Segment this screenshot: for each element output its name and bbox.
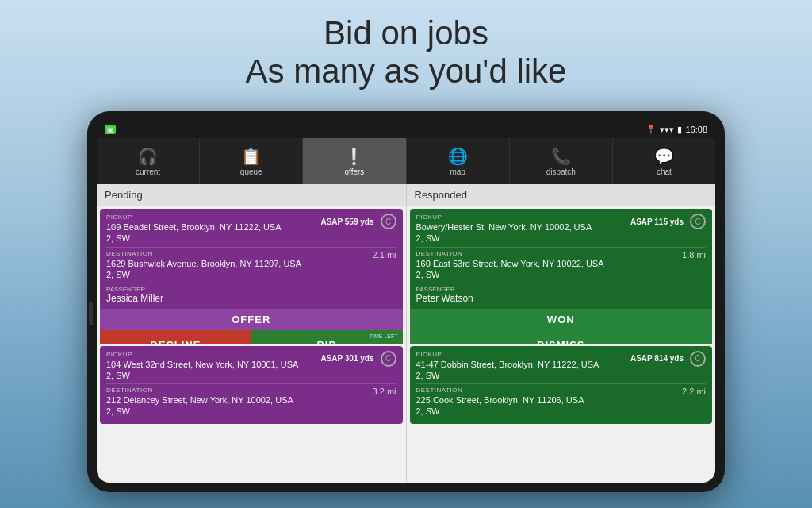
- pickup-right-2l: ASAP 301 yds C: [320, 351, 396, 367]
- responded-job-card: PICKUP Bowery/Hester St, New York, NY 10…: [410, 209, 713, 344]
- pickup-sub-2r: 2, SW: [416, 370, 599, 381]
- pickup-label: PICKUP: [106, 214, 282, 221]
- divider1: [106, 247, 396, 248]
- destination-info: DESTINATION 1629 Bushwick Avenue, Brookl…: [106, 250, 301, 281]
- destination-distance: 2.1 mi: [373, 250, 396, 260]
- status-time: 16:08: [685, 125, 707, 134]
- divider2: [106, 283, 396, 283]
- passenger-section: PASSENGER Jessica Miller: [106, 286, 396, 304]
- tab-current[interactable]: 🎧 current: [97, 138, 200, 184]
- tab-queue[interactable]: 📋 queue: [200, 138, 303, 184]
- tab-chat[interactable]: 💬 chat: [613, 138, 715, 184]
- pending-card-inner: PICKUP 109 Beadel Street, Brooklyn, NY 1…: [100, 209, 403, 309]
- chat-icon: 💬: [654, 147, 674, 166]
- pickup-address-right: Bowery/Hester St, New York, NY 10002, US…: [416, 221, 592, 233]
- dismiss-button[interactable]: DISMISS: [410, 330, 713, 344]
- pickup-sub-right: 2, SW: [416, 233, 592, 244]
- pending-header: Pending: [97, 184, 407, 206]
- second-pending-card: PICKUP 104 West 32nd Street, New York, N…: [100, 346, 403, 424]
- app-status-icon: ▣: [105, 125, 116, 134]
- destination-sub: 2, SW: [106, 269, 301, 280]
- destination-row-right: DESTINATION 160 East 53rd Street, New Yo…: [416, 250, 707, 281]
- passenger-section-right: PASSENGER Peter Watson: [416, 286, 707, 304]
- asap-label-right: ASAP 115 yds: [630, 217, 684, 226]
- pickup-info-right: PICKUP Bowery/Hester St, New York, NY 10…: [416, 214, 592, 244]
- action-buttons: DECLINE TIME LEFT BID 00:02: [100, 330, 403, 344]
- asap-2l: ASAP 301 yds: [320, 354, 373, 363]
- dispatch-icon: 📞: [551, 147, 571, 166]
- cards-row-2: PICKUP 104 West 32nd Street, New York, N…: [97, 344, 715, 483]
- dest-info-2l: DESTINATION 212 Delancey Street, New Yor…: [106, 387, 293, 418]
- tab-offers[interactable]: ❕ offers: [303, 138, 406, 184]
- location-icon: 📍: [645, 125, 657, 135]
- dest-sub-2r: 2, SW: [416, 406, 584, 417]
- dest-sub-2l: 2, SW: [106, 406, 293, 417]
- current-icon: 🎧: [138, 147, 158, 166]
- divider1-right: [416, 247, 707, 248]
- pickup-address-2r: 41-47 Dobbin Street, Brooklyn, NY 11222,…: [416, 359, 599, 370]
- destination-row: DESTINATION 1629 Bushwick Avenue, Brookl…: [106, 250, 396, 281]
- pickup-label-2r: PICKUP: [416, 351, 599, 358]
- side-button: [89, 302, 93, 325]
- responded-header: Responded: [407, 184, 716, 206]
- div-2l: [106, 383, 396, 384]
- status-left: ▣: [105, 125, 116, 134]
- pickup-row: PICKUP 109 Beadel Street, Brooklyn, NY 1…: [106, 214, 396, 244]
- dest-address-2l: 212 Delancey Street, New York, NY 10002,…: [106, 394, 293, 406]
- headline-area: Bid on jobs As many as you'd like: [0, 14, 812, 90]
- dest-row-2r: DESTINATION 225 Cook Street, Brooklyn, N…: [416, 387, 707, 418]
- div-2r: [416, 383, 707, 384]
- second-responded-inner: PICKUP 41-47 Dobbin Street, Brooklyn, NY…: [410, 346, 713, 424]
- pickup-label-2l: PICKUP: [106, 351, 298, 358]
- map-icon: 🌐: [448, 147, 468, 166]
- dest-address-2r: 225 Cook Street, Brooklyn, NY 11206, USA: [416, 394, 584, 406]
- pickup-address: 109 Beadel Street, Brooklyn, NY 11222, U…: [106, 221, 282, 233]
- wifi-icon: ▾▾▾: [660, 125, 674, 135]
- screen: ▣ 📍 ▾▾▾ ▮ 16:08 🎧 current 📋 queue ❕: [97, 121, 715, 483]
- asap-label: ASAP 559 yds: [320, 217, 373, 226]
- divider2-right: [416, 283, 707, 283]
- destination-label-right: DESTINATION: [416, 250, 604, 257]
- pickup-label-right: PICKUP: [416, 214, 592, 221]
- pickup-info-2l: PICKUP 104 West 32nd Street, New York, N…: [106, 351, 298, 382]
- tab-dispatch-label: dispatch: [546, 167, 576, 176]
- headline-line1: Bid on jobs: [0, 14, 812, 52]
- bid-label: BID: [316, 339, 336, 344]
- cab-icon-right: C: [690, 214, 706, 229]
- tablet-device: ▣ 📍 ▾▾▾ ▮ 16:08 🎧 current 📋 queue ❕: [87, 111, 725, 492]
- status-bar: ▣ 📍 ▾▾▾ ▮ 16:08: [97, 121, 715, 138]
- main-content: Pending Responded PICKUP 109 Beadel Stre…: [97, 184, 715, 483]
- bid-button[interactable]: TIME LEFT BID 00:02: [251, 330, 403, 344]
- destination-address-right: 160 East 53rd Street, New York, NY 10022…: [416, 258, 604, 269]
- status-right: 📍 ▾▾▾ ▮ 16:08: [645, 125, 707, 135]
- pickup-info-2r: PICKUP 41-47 Dobbin Street, Brooklyn, NY…: [416, 351, 599, 382]
- tab-dispatch[interactable]: 📞 dispatch: [510, 138, 613, 184]
- cab-icon-2l: C: [381, 351, 396, 367]
- headline-line2: As many as you'd like: [0, 52, 812, 90]
- tab-offers-label: offers: [345, 167, 365, 176]
- dest-row-2l: DESTINATION 212 Delancey Street, New Yor…: [106, 387, 396, 418]
- second-pending-inner: PICKUP 104 West 32nd Street, New York, N…: [100, 346, 403, 424]
- tab-map[interactable]: 🌐 map: [407, 138, 510, 184]
- pending-panel: PICKUP 109 Beadel Street, Brooklyn, NY 1…: [97, 206, 407, 344]
- pickup-address-2l: 104 West 32nd Street, New York, NY 10001…: [106, 359, 298, 370]
- dest-label-2l: DESTINATION: [106, 387, 293, 394]
- section-headers: Pending Responded: [97, 184, 715, 206]
- asap-2r: ASAP 814 yds: [630, 354, 684, 363]
- won-bar: WON: [410, 309, 713, 330]
- passenger-label: PASSENGER: [106, 286, 396, 293]
- tab-chat-label: chat: [657, 167, 672, 176]
- passenger-name-right: Peter Watson: [416, 293, 707, 304]
- pickup-right-right: ASAP 115 yds C: [630, 214, 706, 229]
- pending-job-card: PICKUP 109 Beadel Street, Brooklyn, NY 1…: [100, 209, 403, 344]
- time-left-label: TIME LEFT: [370, 333, 398, 339]
- pickup-row-2r: PICKUP 41-47 Dobbin Street, Brooklyn, NY…: [416, 351, 707, 382]
- decline-button[interactable]: DECLINE: [100, 330, 251, 344]
- destination-info-right: DESTINATION 160 East 53rd Street, New Yo…: [416, 250, 604, 281]
- passenger-label-right: PASSENGER: [416, 286, 707, 293]
- pickup-row-right: PICKUP Bowery/Hester St, New York, NY 10…: [416, 214, 707, 244]
- destination-address: 1629 Bushwick Avenue, Brooklyn, NY 11207…: [106, 258, 301, 269]
- offer-bar: OFFER: [100, 309, 403, 330]
- destination-label: DESTINATION: [106, 250, 301, 257]
- destination-distance-right: 1.8 mi: [682, 250, 706, 260]
